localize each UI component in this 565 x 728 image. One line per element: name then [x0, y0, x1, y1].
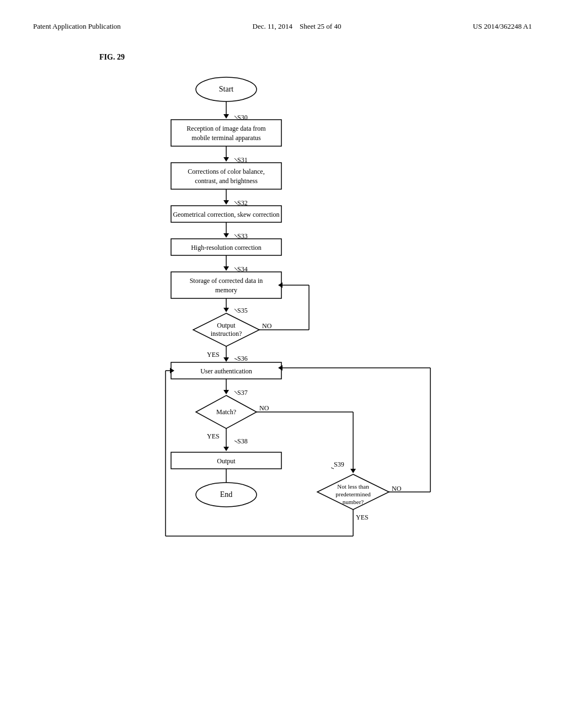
header-right: US 2014/362248 A1	[473, 22, 532, 31]
s39-text-line3: number?	[343, 499, 364, 505]
s37-text: Match?	[216, 408, 236, 416]
s35-yes-label: YES	[207, 351, 220, 358]
s33-text: High-resolution correction	[191, 244, 262, 251]
s39-text-line2: predetermined	[335, 491, 371, 497]
date-label: Dec. 11, 2014	[253, 22, 292, 30]
s38-label: S38	[237, 437, 248, 445]
header: Patent Application Publication Dec. 11, …	[33, 22, 532, 31]
flowchart-svg: Start S30 Reception of image data from m…	[77, 73, 463, 624]
s37-label: S37	[237, 389, 248, 397]
page: Patent Application Publication Dec. 11, …	[0, 0, 565, 728]
svg-rect-3	[171, 120, 281, 146]
s36-text: User authentication	[200, 367, 252, 375]
s37-yes-label: YES	[207, 432, 220, 440]
svg-marker-23	[223, 357, 229, 362]
svg-rect-6	[171, 163, 281, 189]
s31-text-line2: contrast, and brightness	[195, 177, 258, 185]
s36-label: S36	[237, 355, 248, 362]
svg-marker-31	[223, 447, 229, 451]
svg-rect-15	[171, 272, 281, 298]
flowchart-container: Start S30 Reception of image data from m…	[77, 73, 532, 627]
s34-text-line1: Storage of corrected data in	[190, 277, 263, 285]
svg-marker-5	[223, 157, 229, 162]
figure-label: FIG. 29	[99, 53, 532, 62]
s30-text-line2: mobile terminal apparatus	[191, 134, 261, 142]
svg-marker-17	[223, 308, 229, 312]
s39-label: S39	[334, 461, 344, 468]
s34-text-line2: memory	[215, 286, 237, 294]
s31-text-line1: Corrections of color balance,	[188, 168, 264, 175]
s39-yes-label: YES	[356, 513, 369, 521]
s39-no-label: NO	[392, 485, 402, 493]
s37-no-label: NO	[259, 404, 269, 412]
patent-number: US 2014/362248 A1	[473, 22, 532, 30]
header-center: Dec. 11, 2014 Sheet 25 of 40	[253, 22, 342, 31]
sheet-label: Sheet 25 of 40	[300, 22, 341, 30]
svg-marker-14	[223, 266, 229, 271]
svg-marker-2	[223, 114, 229, 119]
s39-text-line1: Not less than	[337, 483, 369, 490]
s38-text: Output	[217, 457, 236, 465]
s30-text-line1: Reception of image data from	[186, 125, 266, 132]
s32-text: Geometrical correction, skew correction	[173, 211, 279, 218]
s35-text-line1: Output	[217, 322, 236, 329]
svg-marker-29	[350, 469, 356, 473]
s35-no-label: NO	[262, 322, 272, 330]
s35-text-line2: instruction?	[211, 330, 242, 338]
start-label: Start	[219, 85, 234, 93]
s35-label: S35	[237, 307, 248, 314]
svg-marker-8	[223, 200, 229, 205]
end-label: End	[220, 490, 233, 499]
publication-label: Patent Application Publication	[33, 22, 121, 30]
svg-marker-11	[223, 233, 229, 238]
svg-marker-26	[223, 390, 229, 394]
header-left: Patent Application Publication	[33, 22, 121, 31]
